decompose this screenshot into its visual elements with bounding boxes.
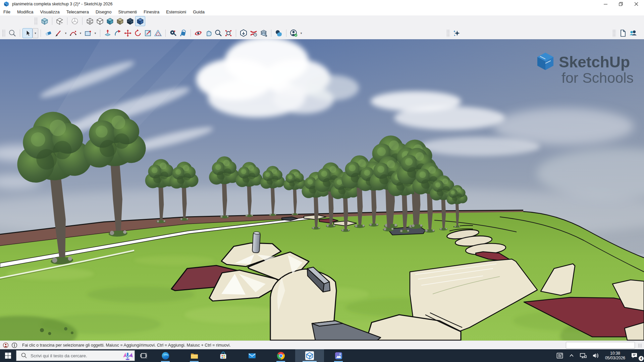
notification-badge: 4	[639, 356, 644, 361]
svg-text:for Schools: for Schools	[561, 70, 634, 86]
ai-sparkle-icon[interactable]	[452, 28, 462, 38]
extension-warehouse-icon[interactable]	[249, 28, 259, 38]
3d-warehouse-icon[interactable]	[238, 28, 249, 38]
menu-modifica[interactable]: Modifica	[14, 9, 37, 14]
toolbar-drag-handle[interactable]	[34, 17, 38, 25]
measurements-input[interactable]	[566, 342, 635, 349]
title-bar: planimetria completa sketchup 3 (2)* - S…	[0, 0, 644, 8]
restore-button[interactable]	[613, 0, 629, 8]
system-tray: 10:38 05/03/2026 4	[553, 349, 644, 362]
action-center-icon[interactable]: 4	[628, 349, 644, 362]
shaded-with-textures-style-icon[interactable]	[115, 16, 125, 26]
geolocation-badge-icon[interactable]	[3, 342, 9, 348]
clock-time: 10:38	[605, 351, 625, 356]
monolith-pillar	[252, 232, 260, 253]
taskbar-app-edge[interactable]	[151, 349, 180, 362]
rotate-tool-icon[interactable]	[133, 28, 143, 38]
taskbar-app-chrome[interactable]	[266, 349, 295, 362]
taskbar: 10:38 05/03/2026 4	[0, 349, 644, 362]
menu-estensioni[interactable]: Estensioni	[163, 9, 190, 14]
task-view-button[interactable]	[136, 349, 151, 362]
menu-disegno[interactable]: Disegno	[92, 9, 115, 14]
style-toolbar	[0, 15, 644, 27]
menu-bar: File Modifica Visualizza Telecamera Dise…	[0, 8, 644, 16]
info-icon[interactable]	[11, 342, 17, 348]
taskbar-app-photos[interactable]	[324, 349, 353, 362]
push-pull-icon[interactable]	[103, 28, 113, 38]
volume-icon[interactable]	[590, 349, 602, 362]
clock-date: 05/03/2026	[605, 356, 625, 360]
toolbar-drag-handle[interactable]	[612, 29, 616, 37]
search-zoom-icon[interactable]	[7, 28, 17, 38]
line-dropdown-icon[interactable]: ▾	[63, 28, 68, 38]
offset-tool-icon[interactable]	[153, 28, 163, 38]
rectangle-tool-icon[interactable]	[83, 28, 93, 38]
rectangle-dropdown-icon[interactable]: ▾	[93, 28, 98, 38]
account-icon[interactable]	[289, 28, 299, 38]
collaboration-icon[interactable]	[628, 28, 638, 38]
toolbar-drag-handle[interactable]	[446, 29, 450, 37]
shaded-style-icon[interactable]	[105, 16, 115, 26]
menu-finestra[interactable]: Finestra	[140, 9, 163, 14]
search-highlights-icon[interactable]	[122, 351, 133, 361]
svg-text:SketchUp: SketchUp	[559, 53, 630, 71]
follow-me-icon[interactable]	[113, 28, 123, 38]
sphere-style-icon[interactable]	[70, 16, 80, 26]
xray-style-icon[interactable]	[40, 16, 50, 26]
menu-file[interactable]: File	[0, 9, 14, 14]
hidden-icons-chevron[interactable]	[566, 349, 577, 362]
window-title: planimetria completa sketchup 3 (2)* - S…	[12, 2, 112, 6]
status-bar: Fai clic o trascina per selezionare gli …	[0, 341, 644, 350]
new-document-icon[interactable]	[618, 28, 628, 38]
zoom-tool-icon[interactable]	[213, 28, 223, 38]
back-edges-style-icon[interactable]	[55, 16, 65, 26]
account-dropdown-icon[interactable]: ▾	[299, 28, 304, 38]
start-button[interactable]	[0, 349, 16, 362]
document-toolbar-group	[610, 28, 638, 38]
taskbar-app-file-explorer[interactable]	[180, 349, 209, 362]
send-to-layout-icon[interactable]	[259, 28, 269, 38]
zoom-extents-icon[interactable]	[223, 28, 233, 38]
monochrome-style-icon[interactable]	[125, 16, 135, 26]
taskbar-app-sketchup[interactable]	[295, 349, 324, 362]
wireframe-style-icon[interactable]	[85, 16, 95, 26]
move-tool-icon[interactable]	[123, 28, 133, 38]
sketchup-window: planimetria completa sketchup 3 (2)* - S…	[0, 0, 644, 362]
tape-measure-icon[interactable]	[168, 28, 178, 38]
scale-tool-icon[interactable]	[143, 28, 153, 38]
minimize-button[interactable]	[598, 0, 613, 8]
toolbar-drag-handle[interactable]	[2, 29, 5, 37]
eraser-icon[interactable]	[43, 28, 53, 38]
news-widget-icon[interactable]	[553, 349, 566, 362]
taskbar-app-mail[interactable]	[237, 349, 266, 362]
menu-visualizza[interactable]: Visualizza	[37, 9, 63, 14]
orbit-tool-icon[interactable]	[193, 28, 203, 38]
taskbar-app-microsoft-store[interactable]	[209, 349, 237, 362]
shaded-active-style-icon[interactable]	[135, 16, 145, 26]
arc-dropdown-icon[interactable]: ▾	[78, 28, 83, 38]
viewport-3d-scene[interactable]: SketchUp for Schools	[0, 39, 644, 341]
line-tool-icon[interactable]	[53, 28, 63, 38]
status-tip: Fai clic o trascina per selezionare gli …	[22, 343, 231, 348]
menu-telecamera[interactable]: Telecamera	[63, 9, 92, 14]
taskbar-clock[interactable]: 10:38 05/03/2026	[602, 351, 628, 360]
resize-grip[interactable]	[638, 344, 642, 348]
select-tool-icon[interactable]	[22, 28, 33, 38]
network-icon[interactable]	[577, 349, 590, 362]
components-icon[interactable]	[274, 28, 284, 38]
pan-tool-icon[interactable]	[203, 28, 213, 38]
ai-toolbar-group	[444, 28, 462, 38]
main-toolbar: ▾ ▾ ▾ ▾	[0, 27, 644, 40]
taskbar-search[interactable]	[16, 350, 135, 361]
select-dropdown-icon[interactable]: ▾	[33, 28, 38, 38]
search-icon	[20, 352, 29, 359]
paint-bucket-icon[interactable]	[178, 28, 188, 38]
search-input[interactable]	[30, 353, 122, 359]
menu-guida[interactable]: Guida	[190, 9, 208, 14]
menu-strumenti[interactable]: Strumenti	[115, 9, 141, 14]
arc-tool-icon[interactable]	[68, 28, 78, 38]
hidden-line-style-icon[interactable]	[95, 16, 105, 26]
close-button[interactable]	[629, 0, 644, 8]
window-controls	[598, 0, 644, 8]
app-logo-icon	[3, 1, 9, 7]
